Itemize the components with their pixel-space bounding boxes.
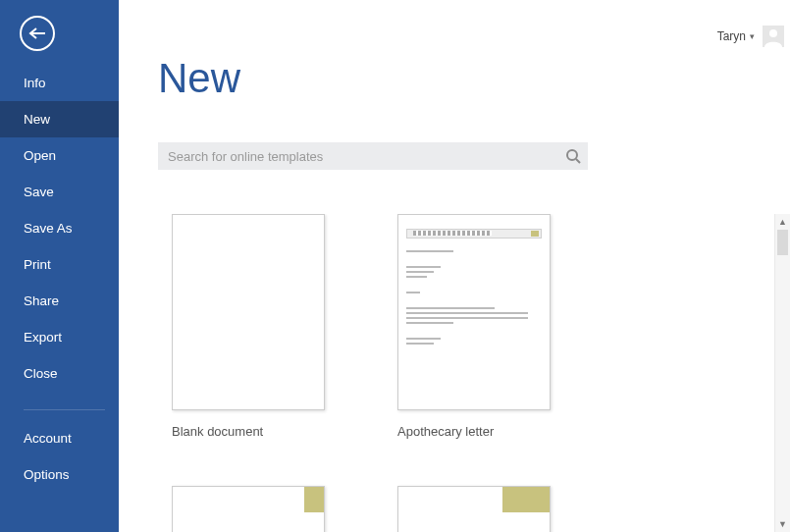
sidebar-item-new[interactable]: New xyxy=(0,101,119,137)
sidebar-item-print[interactable]: Print xyxy=(0,246,119,283)
back-button[interactable] xyxy=(20,16,55,51)
sidebar-item-share[interactable]: Share xyxy=(0,283,119,319)
page-title: New xyxy=(158,55,240,102)
search-button[interactable] xyxy=(558,142,588,170)
gallery-scrollbar[interactable]: ▲ ▼ xyxy=(774,214,790,532)
sidebar-menu: Info New Open Save Save As Print Share E… xyxy=(0,65,119,493)
template-thumbnail xyxy=(397,214,551,410)
scroll-down-button[interactable]: ▼ xyxy=(775,516,790,532)
user-name: Taryn xyxy=(717,29,746,43)
scroll-thumb[interactable] xyxy=(777,230,788,255)
template-thumbnail xyxy=(172,486,325,532)
template-thumbnail xyxy=(172,214,325,410)
template-item[interactable] xyxy=(397,486,551,532)
search-input[interactable] xyxy=(158,142,558,170)
user-bar: Taryn ▾ xyxy=(717,26,784,47)
svg-point-4 xyxy=(769,29,777,37)
backstage-sidebar: Info New Open Save Save As Print Share E… xyxy=(0,0,119,532)
template-item[interactable] xyxy=(172,486,325,532)
sidebar-item-open[interactable]: Open xyxy=(0,137,119,174)
user-dropdown-icon[interactable]: ▾ xyxy=(750,31,755,41)
sidebar-item-info[interactable]: Info xyxy=(0,65,119,101)
sidebar-item-account[interactable]: Account xyxy=(0,420,119,456)
sidebar-item-export[interactable]: Export xyxy=(0,319,119,355)
sidebar-item-save-as[interactable]: Save As xyxy=(0,210,119,246)
template-apothecary-letter[interactable]: Apothecary letter xyxy=(397,214,551,439)
sidebar-item-options[interactable]: Options xyxy=(0,456,119,493)
content-area: Taryn ▾ New Blank document xyxy=(119,0,790,532)
template-label: Apothecary letter xyxy=(397,424,551,439)
sidebar-item-save[interactable]: Save xyxy=(0,174,119,210)
search-box xyxy=(158,142,588,170)
svg-point-5 xyxy=(567,150,577,160)
sidebar-separator xyxy=(24,409,105,410)
template-label: Blank document xyxy=(172,424,325,439)
sidebar-item-close[interactable]: Close xyxy=(0,355,119,392)
svg-line-6 xyxy=(576,159,580,163)
template-thumbnail xyxy=(397,486,551,532)
template-gallery: Blank document Apothecary letter xyxy=(172,214,774,532)
avatar[interactable] xyxy=(763,26,784,47)
scroll-up-button[interactable]: ▲ xyxy=(775,214,790,230)
template-blank-document[interactable]: Blank document xyxy=(172,214,325,439)
